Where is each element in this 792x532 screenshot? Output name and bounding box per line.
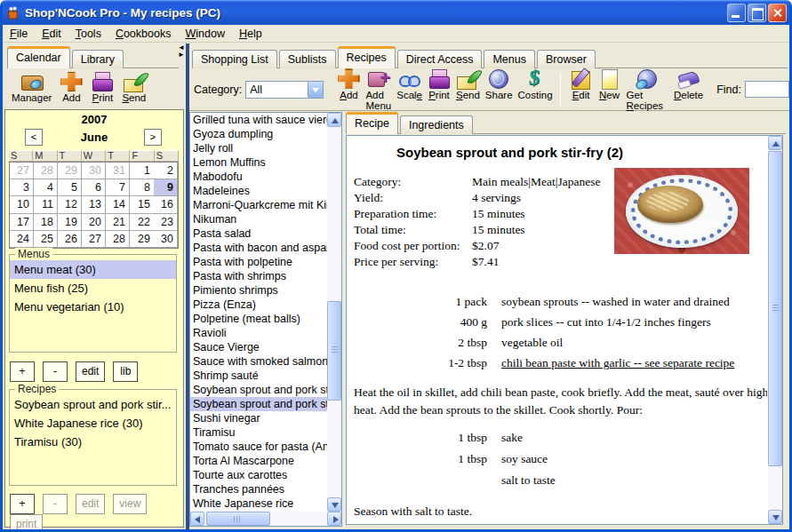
list-vertical-scrollbar[interactable] [327, 113, 341, 512]
scroll-thumb[interactable] [206, 512, 270, 526]
recipe-row[interactable]: White Japanese rice [190, 496, 327, 511]
recipe-row[interactable]: Sushi vinegar [190, 411, 327, 425]
calendar-day[interactable]: 17 [10, 214, 34, 231]
ingredient-text[interactable]: chili bean paste with garlic -- see sepa… [501, 353, 734, 373]
recipe-row[interactable]: Pasta with bacon and asparagus [190, 241, 327, 255]
calendar-day[interactable]: 29 [130, 231, 154, 248]
calendar-next-button[interactable]: > [144, 129, 162, 146]
calendar-day[interactable]: 30 [154, 231, 178, 248]
scroll-right-icon[interactable] [327, 512, 341, 526]
recipe-row[interactable]: Polpetine (meat balls) [190, 312, 327, 326]
calendar-day[interactable]: 12 [58, 196, 82, 213]
ingredient-text[interactable]: soybean sprouts -- washed in water and d… [501, 291, 730, 312]
toolbar-button[interactable]: Add [334, 67, 363, 101]
calendar-day[interactable]: 29 [58, 163, 82, 179]
calendar-day[interactable]: 1 [130, 163, 154, 179]
recipe-row[interactable]: Soybean sprout and pork stir-fry (2) [190, 397, 327, 411]
main-tab[interactable]: Menus [484, 50, 535, 68]
calendar-day[interactable]: 23 [154, 214, 178, 231]
calendar-day[interactable]: 26 [58, 231, 82, 248]
recipe-row[interactable]: Gyoza dumpling [190, 127, 327, 141]
recipe-row[interactable]: Sauce Vierge [190, 340, 327, 354]
recipe-row[interactable]: Pasta salad [190, 226, 327, 241]
menu-item[interactable]: File [3, 26, 35, 42]
calendar-day[interactable]: 8 [130, 179, 154, 196]
recipes-action-button[interactable]: print [10, 514, 43, 532]
calendar-day[interactable]: 11 [34, 196, 58, 213]
list-horizontal-scrollbar[interactable] [190, 512, 341, 526]
calendar-day[interactable]: 4 [34, 179, 58, 196]
ingredient-text[interactable]: vegetable oil [501, 332, 563, 353]
menus-action-button[interactable]: - [43, 361, 68, 382]
title-bar[interactable]: Shop'NCook Pro - My recipes (PC) [0, 0, 792, 25]
main-tab[interactable]: Recipes [338, 46, 396, 68]
toolbar-button[interactable]: Manager [9, 70, 54, 109]
toolbar-button[interactable]: Send [453, 67, 483, 101]
toolbar-button[interactable]: Send [119, 70, 148, 109]
recipe-row[interactable]: Torta Al Mascarpone [190, 454, 327, 468]
scroll-down-icon[interactable] [768, 510, 782, 524]
recipe-row[interactable]: Lemon Muffins [190, 155, 327, 170]
menus-action-button[interactable]: edit [76, 361, 105, 382]
recipe-row[interactable]: Tranches pannées [190, 482, 327, 496]
toolbar-button[interactable]: Print [88, 70, 116, 109]
detail-vertical-scrollbar[interactable] [768, 136, 782, 524]
recipe-row[interactable]: Tiramisu [190, 425, 327, 440]
calendar-day[interactable]: 24 [10, 231, 34, 248]
calendar-day[interactable]: 27 [10, 163, 34, 179]
menu-item[interactable]: Edit [35, 26, 68, 42]
calendar-day[interactable]: 13 [82, 196, 106, 213]
toolbar-button[interactable]: Print [425, 67, 453, 101]
menus-action-button[interactable]: lib [113, 361, 138, 382]
calendar-day[interactable]: 20 [82, 214, 106, 231]
recipe-row[interactable]: Ravioli [190, 326, 327, 340]
recipe-row[interactable]: Madeleines [190, 184, 327, 198]
find-input[interactable] [745, 81, 789, 98]
detail-tab[interactable]: Ingredients [400, 115, 473, 134]
calendar-day[interactable]: 28 [106, 231, 130, 248]
recipe-row[interactable]: Grilled tuna with sauce vierge [190, 113, 327, 127]
splitter-collapse-icon[interactable]: ◄► [177, 44, 186, 59]
maximize-button[interactable] [748, 4, 766, 22]
menu-item[interactable]: Help [232, 26, 269, 42]
calendar-day[interactable]: 15 [130, 196, 154, 213]
calendar-day[interactable]: 25 [34, 231, 58, 248]
calendar-day[interactable]: 27 [82, 231, 106, 248]
recipe-row[interactable]: Pasta with shrimps [190, 269, 327, 283]
calendar-day[interactable]: 28 [34, 163, 58, 179]
calendar-day[interactable]: 21 [106, 214, 130, 231]
menu-list-item[interactable]: Menu vegetarian (10) [10, 298, 176, 316]
recipes-action-button[interactable]: - [43, 494, 68, 514]
close-button[interactable] [768, 4, 787, 22]
left-panel-tab[interactable]: Calendar [7, 46, 70, 68]
category-dropdown[interactable]: All [245, 81, 324, 99]
calendar-day[interactable]: 6 [82, 179, 106, 196]
toolbar-button[interactable]: Add Menu [363, 67, 394, 112]
toolbar-button[interactable]: New [596, 67, 624, 101]
scroll-up-icon[interactable] [327, 113, 341, 127]
recipe-row[interactable]: Pasta with polpetine [190, 255, 327, 269]
toolbar-button[interactable]: Add [57, 70, 85, 109]
recipe-row[interactable]: Shrimp sauté [190, 369, 327, 383]
recipe-row[interactable]: Nikuman [190, 212, 327, 226]
main-tab[interactable]: Sublists [279, 50, 336, 68]
calendar-prev-button[interactable]: < [25, 129, 43, 146]
recipe-row[interactable]: Marroni-Quarkcreme mit Kirschen [190, 198, 327, 212]
recipe-row[interactable]: Pimiento shrimps [190, 283, 327, 298]
chevron-down-icon[interactable] [308, 82, 323, 98]
toolbar-button[interactable]: Share [483, 67, 516, 101]
calendar-day[interactable]: 9 [154, 179, 178, 196]
calendar-day[interactable]: 19 [58, 214, 82, 231]
recipe-row[interactable]: Soybean sprout and pork stir-fry [190, 383, 327, 397]
calendar-day[interactable]: 16 [154, 196, 178, 213]
recipe-row[interactable]: Tomato sauce for pasta (Anna) [190, 440, 327, 454]
toolbar-button[interactable]: Delete [671, 67, 706, 101]
calendar-day[interactable]: 31 [106, 163, 130, 179]
toolbar-button[interactable]: Get Recipes [624, 67, 671, 112]
main-tab[interactable]: Browser [537, 50, 596, 68]
calendar-day[interactable]: 18 [34, 214, 58, 231]
calendar-day[interactable]: 3 [10, 179, 34, 196]
calendar-day[interactable]: 10 [10, 196, 34, 213]
recipe-list-item[interactable]: Tiramisu (30) [10, 433, 176, 451]
recipe-row[interactable]: Pizza (Enza) [190, 298, 327, 312]
